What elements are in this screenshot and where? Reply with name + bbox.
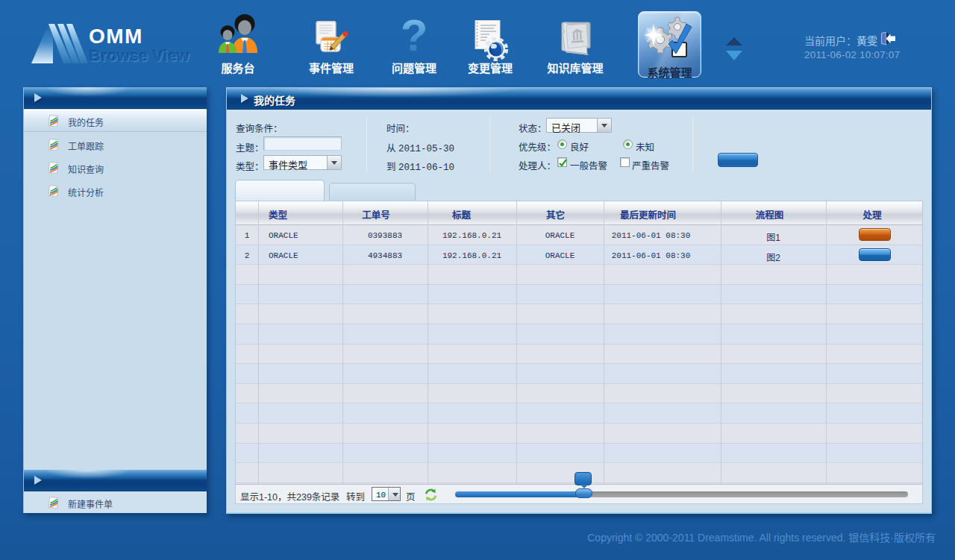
svg-text:?: ? bbox=[401, 15, 428, 58]
